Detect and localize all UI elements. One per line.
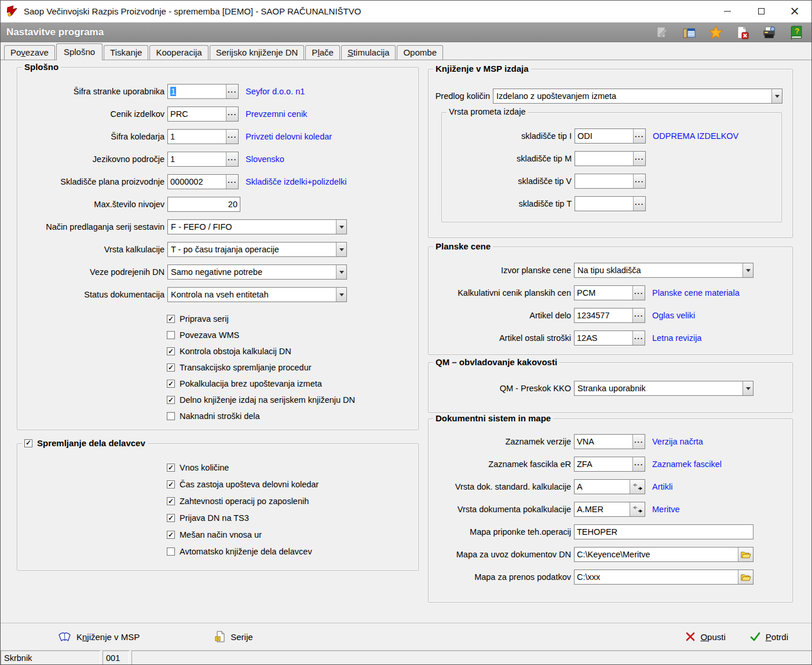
lookup-link[interactable]: Verzija načrta (652, 437, 703, 446)
tab-serijsko-knjizenje-dn[interactable]: Serijsko knjiženje DN (210, 45, 305, 60)
delete-document-icon[interactable] (735, 25, 750, 40)
lookup-link[interactable]: Oglas veliki (652, 311, 695, 320)
chevron-down-icon[interactable] (336, 220, 346, 234)
favorites-star-icon[interactable] (708, 25, 723, 40)
predlog-kolicin-dropdown[interactable]: Izdelano z upoštevanjem izmeta (493, 89, 782, 104)
pokalkulacija-brez-izmeta-checkbox[interactable] (167, 380, 175, 388)
sifra-koledarja-field[interactable]: 1 ··· (167, 129, 239, 144)
skladisce-tip-i-field[interactable]: ODI··· (575, 128, 646, 144)
qm-preskok-kko-dropdown[interactable]: Stranka uporabnik (574, 381, 754, 396)
skladisce-tip-t-field[interactable]: ··· (575, 196, 646, 211)
povezava-wms-checkbox[interactable] (167, 331, 175, 339)
lookup-ellipsis-button[interactable]: ··· (226, 152, 238, 166)
lookup-link[interactable]: ODPREMA IZDELKOV (653, 131, 738, 141)
lookup-link[interactable]: Artikli (652, 482, 672, 491)
artikel-delo-field[interactable]: 1234577··· (574, 308, 645, 323)
lookup-link[interactable]: Slovensko (246, 155, 284, 164)
chevron-down-icon[interactable] (336, 288, 346, 302)
prijava-dn-ts3-checkbox[interactable] (167, 514, 175, 522)
artikel-ostali-stroski-field[interactable]: 12AS··· (574, 330, 645, 346)
help-icon[interactable]: ? (788, 25, 803, 40)
close-button[interactable]: × (778, 1, 811, 23)
lookup-ellipsis-button[interactable]: ··· (632, 435, 645, 449)
priprava-serij-checkbox[interactable] (167, 315, 175, 323)
transakcijsko-spremljanje-checkbox[interactable] (167, 363, 175, 372)
tab-tiskanje[interactable]: Tiskanje (104, 45, 148, 60)
chevron-down-icon[interactable] (742, 263, 753, 277)
sifra-stranke-uporabnika-field[interactable]: 1 ··· (167, 84, 239, 99)
jezikovno-podrocje-field[interactable]: 1 ··· (167, 152, 239, 167)
status-dokumentacija-dropdown[interactable]: Kontrola na vseh entitetah (167, 287, 347, 302)
mapa-priponke-tehoperacij-field[interactable]: TEHOPER (574, 524, 754, 539)
veze-podrejenih-dn-dropdown[interactable]: Samo negativne potrebe (167, 264, 347, 280)
cas-zastoja-checkbox[interactable] (167, 480, 175, 488)
lookup-ellipsis-button[interactable]: ··· (633, 197, 645, 211)
tab-place[interactable]: Plače (305, 45, 340, 60)
kalkulativni-cenik-field[interactable]: PCM··· (574, 285, 645, 300)
naknadni-stroski-dela-checkbox[interactable] (167, 412, 175, 420)
skladisce-tip-m-field[interactable]: ··· (575, 151, 646, 166)
avtomatsko-knjizenje-checkbox[interactable] (167, 548, 175, 556)
lookup-ellipsis-button[interactable]: ··· (226, 84, 238, 98)
opusti-button[interactable]: Opusti (686, 632, 725, 642)
lookup-ellipsis-button[interactable]: ··· (632, 331, 645, 345)
lookup-link[interactable]: Privzeti delovni koledar (246, 132, 332, 141)
tab-splosno[interactable]: Splošno (56, 43, 103, 60)
lookup-ellipsis-button[interactable]: ··· (633, 129, 645, 143)
nacin-predlaganja-serij-dropdown[interactable]: F - FEFO / FIFO (167, 219, 347, 234)
potrdi-button[interactable]: Potrdi (750, 632, 788, 642)
skladisce-plana-proizvodnje-field[interactable]: 0000002 ··· (167, 174, 239, 189)
lookup-ellipsis-button[interactable]: ··· (226, 107, 238, 121)
lookup-link[interactable]: Seyfor d.o.o. n1 (246, 87, 305, 96)
lookup-ellipsis-button[interactable]: ··· (226, 130, 238, 144)
maximize-button[interactable] (744, 1, 778, 23)
swap-arrows-icon[interactable] (630, 480, 645, 494)
zahtevnosti-operacij-checkbox[interactable] (167, 497, 175, 505)
spremljanje-dela-delavcev-checkbox[interactable] (24, 439, 32, 447)
lookup-ellipsis-button[interactable]: ··· (226, 175, 238, 189)
columns-icon[interactable] (682, 25, 697, 40)
lookup-link[interactable]: Planske cene materiala (652, 288, 740, 297)
vrsta-dokumenta-pokalkulacije-field[interactable]: A.MER (574, 502, 645, 517)
edit-icon[interactable] (655, 25, 670, 40)
lookup-ellipsis-button[interactable]: ··· (632, 308, 645, 322)
lookup-link[interactable]: Zaznamek fascikel (652, 460, 722, 469)
lookup-ellipsis-button[interactable]: ··· (633, 174, 645, 188)
serije-button[interactable]: Serije (215, 631, 253, 642)
knjizenje-v-msp-button[interactable]: Knjiženje v MSP (58, 631, 140, 642)
delno-knjizenje-izdaj-checkbox[interactable] (167, 396, 175, 404)
vrsta-kalkulacije-dropdown[interactable]: T - po času trajanja operacije (167, 242, 347, 257)
zaznamek-fascikla-field[interactable]: ZFA··· (574, 457, 645, 472)
lookup-link[interactable]: Meritve (652, 505, 680, 514)
kontrola-obstoja-kalkulacij-checkbox[interactable] (167, 347, 175, 355)
chevron-down-icon[interactable] (771, 89, 782, 103)
izvor-planske-cene-dropdown[interactable]: Na tipu skladišča (574, 263, 754, 278)
cenik-izdelkov-field[interactable]: PRC ··· (167, 106, 239, 122)
chevron-down-icon[interactable] (336, 243, 346, 256)
lookup-ellipsis-button[interactable]: ··· (632, 457, 645, 471)
tab-povezave[interactable]: Povezave (4, 45, 55, 60)
chevron-down-icon[interactable] (742, 381, 753, 395)
max-stevilo-nivojev-field[interactable]: 20 (167, 197, 240, 212)
lookup-link[interactable]: Letna revizija (652, 333, 701, 343)
lookup-ellipsis-button[interactable]: ··· (632, 286, 645, 300)
chevron-down-icon[interactable] (336, 265, 346, 279)
zaznamek-verzije-field[interactable]: VNA··· (574, 434, 645, 449)
print-icon[interactable] (762, 25, 777, 40)
swap-arrows-icon[interactable] (630, 502, 645, 516)
skladisce-tip-v-field[interactable]: ··· (575, 174, 646, 189)
vnos-kolicine-checkbox[interactable] (167, 464, 175, 472)
lookup-link[interactable]: Prevzemni cenik (246, 109, 307, 119)
minimize-button[interactable] (711, 1, 744, 23)
lookup-ellipsis-button[interactable]: ··· (633, 152, 645, 166)
open-folder-icon[interactable] (738, 548, 753, 561)
tab-stimulacija[interactable]: Stimulacija (341, 45, 396, 60)
tab-opombe[interactable]: Opombe (397, 45, 443, 60)
lookup-link[interactable]: Skladišče izdelki+polizdelki (246, 177, 347, 186)
mesan-nacin-vnosa-ur-checkbox[interactable] (167, 531, 175, 539)
open-folder-icon[interactable] (738, 570, 753, 584)
tab-kooperacija[interactable]: Kooperacija (149, 45, 208, 60)
vrsta-dok-standard-kalkulacije-field[interactable]: A (574, 479, 645, 494)
mapa-uvoz-dokumentov-field[interactable]: C:\Keyence\Meritve (574, 547, 754, 562)
mapa-prenos-podatkov-field[interactable]: C:\xxx (574, 570, 754, 585)
